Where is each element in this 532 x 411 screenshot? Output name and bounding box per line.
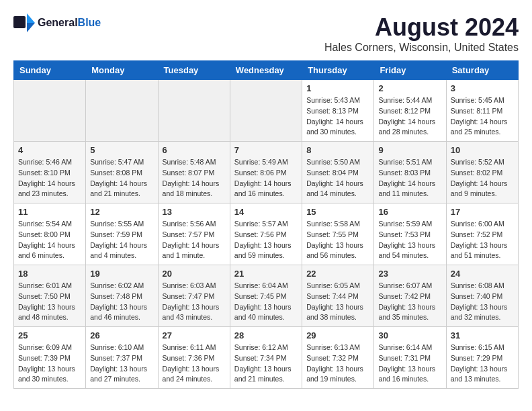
- calendar-cell: 4Sunrise: 5:46 AMSunset: 8:10 PMDaylight…: [14, 142, 86, 203]
- day-number: 6: [163, 145, 226, 155]
- calendar-cell: 9Sunrise: 5:51 AMSunset: 8:03 PMDaylight…: [374, 142, 446, 203]
- logo-icon: [13, 13, 35, 32]
- day-info: Sunrise: 6:09 AMSunset: 7:39 PMDaylight:…: [18, 342, 81, 385]
- day-number: 9: [378, 145, 441, 155]
- week-row-2: 4Sunrise: 5:46 AMSunset: 8:10 PMDaylight…: [14, 142, 519, 203]
- calendar-cell: 8Sunrise: 5:50 AMSunset: 8:04 PMDaylight…: [302, 142, 374, 203]
- day-info: Sunrise: 6:11 AMSunset: 7:36 PMDaylight:…: [163, 342, 226, 385]
- calendar-cell: 30Sunrise: 6:14 AMSunset: 7:31 PMDayligh…: [374, 327, 446, 389]
- day-info: Sunrise: 6:00 AMSunset: 7:52 PMDaylight:…: [451, 219, 514, 261]
- day-info: Sunrise: 6:10 AMSunset: 7:37 PMDaylight:…: [90, 342, 153, 385]
- calendar-cell: 28Sunrise: 6:12 AMSunset: 7:34 PMDayligh…: [230, 327, 302, 389]
- day-info: Sunrise: 5:55 AMSunset: 7:59 PMDaylight:…: [90, 219, 153, 261]
- day-number: 17: [451, 207, 514, 217]
- day-number: 5: [90, 145, 153, 155]
- day-info: Sunrise: 5:44 AMSunset: 8:12 PMDaylight:…: [378, 95, 441, 138]
- calendar-cell: 12Sunrise: 5:55 AMSunset: 7:59 PMDayligh…: [86, 203, 158, 265]
- day-info: Sunrise: 6:13 AMSunset: 7:32 PMDaylight:…: [306, 342, 369, 385]
- day-number: 27: [163, 330, 226, 340]
- day-number: 19: [90, 269, 153, 279]
- day-info: Sunrise: 5:49 AMSunset: 8:06 PMDaylight:…: [234, 157, 298, 199]
- calendar-cell: [158, 80, 230, 142]
- day-info: Sunrise: 5:58 AMSunset: 7:55 PMDaylight:…: [306, 219, 369, 261]
- calendar-cell: 25Sunrise: 6:09 AMSunset: 7:39 PMDayligh…: [14, 327, 86, 389]
- day-number: 2: [378, 83, 441, 93]
- day-info: Sunrise: 6:07 AMSunset: 7:42 PMDaylight:…: [378, 281, 441, 323]
- day-info: Sunrise: 6:15 AMSunset: 7:29 PMDaylight:…: [451, 342, 514, 385]
- day-info: Sunrise: 5:48 AMSunset: 8:07 PMDaylight:…: [163, 157, 226, 199]
- calendar-cell: [14, 80, 86, 142]
- calendar-cell: [230, 80, 302, 142]
- day-info: Sunrise: 5:56 AMSunset: 7:57 PMDaylight:…: [163, 219, 226, 261]
- day-number: 14: [234, 207, 298, 217]
- calendar-cell: 17Sunrise: 6:00 AMSunset: 7:52 PMDayligh…: [446, 203, 518, 265]
- location: Hales Corners, Wisconsin, United States: [324, 42, 519, 54]
- day-info: Sunrise: 5:54 AMSunset: 8:00 PMDaylight:…: [18, 219, 81, 261]
- day-number: 12: [90, 207, 153, 217]
- calendar-cell: 11Sunrise: 5:54 AMSunset: 8:00 PMDayligh…: [14, 203, 86, 265]
- calendar-cell: 20Sunrise: 6:03 AMSunset: 7:47 PMDayligh…: [158, 265, 230, 327]
- calendar-cell: 6Sunrise: 5:48 AMSunset: 8:07 PMDaylight…: [158, 142, 230, 203]
- col-header-sunday: Sunday: [14, 61, 86, 80]
- calendar-cell: 31Sunrise: 6:15 AMSunset: 7:29 PMDayligh…: [446, 327, 518, 389]
- calendar-cell: 22Sunrise: 6:05 AMSunset: 7:44 PMDayligh…: [302, 265, 374, 327]
- day-number: 8: [306, 145, 369, 155]
- day-info: Sunrise: 5:52 AMSunset: 8:02 PMDaylight:…: [451, 157, 514, 199]
- calendar-cell: 24Sunrise: 6:08 AMSunset: 7:40 PMDayligh…: [446, 265, 518, 327]
- calendar-cell: 3Sunrise: 5:45 AMSunset: 8:11 PMDaylight…: [446, 80, 518, 142]
- calendar-cell: 2Sunrise: 5:44 AMSunset: 8:12 PMDaylight…: [374, 80, 446, 142]
- col-header-wednesday: Wednesday: [230, 61, 302, 80]
- svg-rect-0: [13, 16, 26, 28]
- calendar-cell: 13Sunrise: 5:56 AMSunset: 7:57 PMDayligh…: [158, 203, 230, 265]
- calendar-cell: 5Sunrise: 5:47 AMSunset: 8:08 PMDaylight…: [86, 142, 158, 203]
- month-year: August 2024: [324, 13, 519, 42]
- day-info: Sunrise: 6:02 AMSunset: 7:48 PMDaylight:…: [90, 281, 153, 323]
- calendar-cell: 7Sunrise: 5:49 AMSunset: 8:06 PMDaylight…: [230, 142, 302, 203]
- calendar-cell: 18Sunrise: 6:01 AMSunset: 7:50 PMDayligh…: [14, 265, 86, 327]
- day-info: Sunrise: 5:59 AMSunset: 7:53 PMDaylight:…: [378, 219, 441, 261]
- col-header-tuesday: Tuesday: [158, 61, 230, 80]
- day-info: Sunrise: 6:03 AMSunset: 7:47 PMDaylight:…: [163, 281, 226, 323]
- calendar-cell: 26Sunrise: 6:10 AMSunset: 7:37 PMDayligh…: [86, 327, 158, 389]
- day-number: 10: [451, 145, 514, 155]
- day-number: 23: [378, 269, 441, 279]
- calendar-cell: 19Sunrise: 6:02 AMSunset: 7:48 PMDayligh…: [86, 265, 158, 327]
- calendar-cell: 27Sunrise: 6:11 AMSunset: 7:36 PMDayligh…: [158, 327, 230, 389]
- logo-blue-text: Blue: [78, 17, 101, 29]
- day-number: 15: [306, 207, 369, 217]
- day-info: Sunrise: 5:46 AMSunset: 8:10 PMDaylight:…: [18, 157, 81, 199]
- day-number: 22: [306, 269, 369, 279]
- col-header-friday: Friday: [374, 61, 446, 80]
- day-info: Sunrise: 6:12 AMSunset: 7:34 PMDaylight:…: [234, 342, 298, 385]
- col-header-monday: Monday: [86, 61, 158, 80]
- calendar-cell: 21Sunrise: 6:04 AMSunset: 7:45 PMDayligh…: [230, 265, 302, 327]
- day-number: 29: [306, 330, 369, 340]
- day-number: 30: [378, 330, 441, 340]
- day-info: Sunrise: 5:50 AMSunset: 8:04 PMDaylight:…: [306, 157, 369, 199]
- col-header-thursday: Thursday: [302, 61, 374, 80]
- day-number: 4: [18, 145, 81, 155]
- calendar-cell: 23Sunrise: 6:07 AMSunset: 7:42 PMDayligh…: [374, 265, 446, 327]
- day-number: 11: [18, 207, 81, 217]
- day-number: 18: [18, 269, 81, 279]
- day-info: Sunrise: 5:57 AMSunset: 7:56 PMDaylight:…: [234, 219, 298, 261]
- day-info: Sunrise: 5:45 AMSunset: 8:11 PMDaylight:…: [451, 95, 514, 138]
- day-info: Sunrise: 6:01 AMSunset: 7:50 PMDaylight:…: [18, 281, 81, 323]
- day-info: Sunrise: 6:05 AMSunset: 7:44 PMDaylight:…: [306, 281, 369, 323]
- day-number: 1: [306, 83, 369, 93]
- day-number: 20: [163, 269, 226, 279]
- week-row-3: 11Sunrise: 5:54 AMSunset: 8:00 PMDayligh…: [14, 203, 519, 265]
- day-info: Sunrise: 5:47 AMSunset: 8:08 PMDaylight:…: [90, 157, 153, 199]
- day-number: 26: [90, 330, 153, 340]
- title-section: August 2024 Hales Corners, Wisconsin, Un…: [324, 13, 519, 54]
- day-number: 21: [234, 269, 298, 279]
- day-number: 24: [451, 269, 514, 279]
- svg-marker-2: [27, 23, 35, 32]
- day-number: 28: [234, 330, 298, 340]
- day-info: Sunrise: 5:43 AMSunset: 8:13 PMDaylight:…: [306, 95, 369, 138]
- calendar-table: SundayMondayTuesdayWednesdayThursdayFrid…: [13, 60, 519, 389]
- calendar-cell: 15Sunrise: 5:58 AMSunset: 7:55 PMDayligh…: [302, 203, 374, 265]
- week-row-1: 1Sunrise: 5:43 AMSunset: 8:13 PMDaylight…: [14, 80, 519, 142]
- day-number: 13: [163, 207, 226, 217]
- day-number: 31: [451, 330, 514, 340]
